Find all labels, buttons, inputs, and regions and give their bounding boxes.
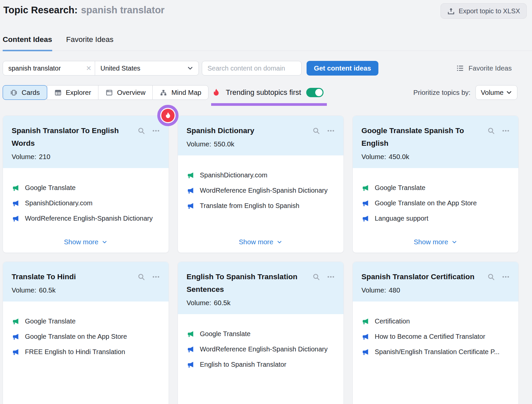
megaphone-icon [361, 215, 369, 222]
prioritize-select-value: Volume [481, 89, 503, 97]
volume-value: 480 [389, 286, 400, 294]
search-icon[interactable] [487, 273, 495, 281]
headline-item[interactable]: WordReference English-Spanish Dictionary [12, 211, 160, 226]
megaphone-icon [187, 187, 194, 194]
headline-item[interactable]: FREE English to Hindi Translation [12, 344, 160, 359]
headline-item[interactable]: How to Become a Certified Translator [361, 329, 510, 344]
search-icon[interactable] [137, 127, 145, 135]
view-switcher: Cards Explorer Overview Mind Map [3, 85, 208, 100]
headline-label: Google Translate on the App Store [25, 333, 127, 340]
card-body: Certification How to Become a Certified … [353, 302, 518, 404]
show-more-link[interactable]: Show more [239, 238, 283, 247]
topic-card: Spanish Translator Certification Volume:… [352, 262, 519, 404]
trending-subtopics-label: Trending subtopics first [226, 88, 301, 97]
toolbar-row: Cards Explorer Overview Mind Map Trendin… [3, 85, 527, 100]
ellipsis-icon[interactable] [327, 273, 335, 281]
chevron-down-icon [505, 89, 513, 96]
headline-item[interactable]: Language support [361, 211, 510, 226]
keyword-group: ✕ United States [3, 61, 199, 76]
card-volume: Volume:480 [361, 286, 510, 294]
favorite-ideas-link[interactable]: Favorite Ideas [456, 61, 512, 76]
card-title: Spanish Translator Certification [361, 271, 487, 283]
headline-item[interactable]: Google Translate on the App Store [12, 329, 160, 344]
view-explorer-button[interactable]: Explorer [47, 85, 98, 100]
headline-item[interactable]: Certification [361, 313, 510, 329]
headline-label: WordReference English-Spanish Dictionary [200, 187, 328, 194]
tab-favorite-ideas[interactable]: Favorite Ideas [66, 35, 114, 51]
tab-content-ideas[interactable]: Content Ideas [3, 35, 52, 51]
headline-item[interactable]: Google Translate [361, 180, 510, 195]
megaphone-icon [187, 361, 194, 368]
country-select[interactable]: United States [95, 65, 199, 72]
headline-label: Spanish/English Translation Certificate … [375, 348, 499, 356]
headline-item[interactable]: Google Translate [12, 313, 160, 329]
card-header: Spanish Dictionary Volume:550.0k [178, 116, 343, 155]
show-more-link[interactable]: Show more [414, 238, 458, 247]
megaphone-icon [361, 317, 369, 325]
card-body: Google Translate WordReference English-S… [178, 314, 343, 404]
headline-item[interactable]: SpanishDictionary.com [12, 195, 160, 211]
search-icon[interactable] [312, 127, 320, 135]
search-icon[interactable] [137, 273, 145, 281]
domain-search-input[interactable] [202, 61, 302, 76]
headline-label: How to Become a Certified Translator [375, 333, 485, 340]
headline-item[interactable]: Google Translate [12, 180, 160, 195]
topic-card: Spanish Dictionary Volume:550.0k Spanish… [178, 115, 344, 253]
headline-item[interactable]: Translate from English to Spanish [187, 198, 335, 213]
card-header: Translate To Hindi Volume:60.5k [3, 262, 169, 302]
prioritize-select[interactable]: Volume [475, 85, 517, 100]
volume-label: Volume: [187, 299, 211, 307]
view-overview-button[interactable]: Overview [98, 85, 153, 100]
headline-item[interactable]: English to Spanish Translator [187, 357, 335, 372]
card-title: Spanish Translator To English Words [12, 124, 137, 150]
volume-label: Volume: [12, 286, 36, 294]
headline-label: English to Spanish Translator [200, 361, 286, 368]
topic-card: Spanish Translator To English Words Volu… [3, 115, 169, 253]
volume-value: 550.0k [214, 140, 234, 148]
headline-item[interactable]: WordReference English-Spanish Dictionary [187, 183, 335, 198]
ellipsis-icon[interactable] [502, 273, 510, 281]
topic-card: English To Spanish Translation Sentences… [178, 262, 344, 404]
card-volume: Volume:550.0k [187, 140, 335, 148]
ellipsis-icon[interactable] [152, 273, 160, 281]
clear-keyword-icon[interactable]: ✕ [83, 64, 95, 72]
headline-item[interactable]: Google Translate [187, 326, 335, 341]
card-title: English To Spanish Translation Sentences [187, 271, 312, 296]
headline-item[interactable]: Google Translate on the App Store [361, 195, 510, 211]
megaphone-icon [12, 199, 19, 207]
headline-item[interactable]: Spanish/English Translation Certificate … [361, 344, 510, 359]
prioritize-label: Prioritize topics by: [413, 89, 470, 97]
ellipsis-icon[interactable] [152, 127, 160, 135]
fire-icon [212, 88, 221, 97]
keyword-input[interactable] [3, 65, 83, 72]
search-icon[interactable] [312, 273, 320, 281]
volume-label: Volume: [361, 286, 386, 294]
chevron-down-icon [451, 239, 458, 245]
tabs-divider [0, 51, 532, 51]
view-cards-button[interactable]: Cards [3, 85, 47, 100]
headline-item[interactable]: WordReference English-Spanish Dictionary [187, 341, 335, 357]
ellipsis-icon[interactable] [327, 127, 335, 135]
card-title: Google Translate Spanish To English [361, 124, 487, 150]
card-volume: Volume:60.5k [187, 299, 335, 307]
view-mindmap-label: Mind Map [171, 89, 201, 97]
get-content-ideas-button[interactable]: Get content ideas [307, 61, 378, 76]
table-icon [54, 89, 62, 97]
list-icon [456, 64, 464, 72]
view-mindmap-button[interactable]: Mind Map [152, 85, 208, 100]
trending-subtopics-toggle[interactable] [306, 88, 324, 97]
megaphone-icon [12, 184, 19, 192]
card-body: Google Translate Google Translate on the… [353, 168, 518, 253]
headline-label: Translate from English to Spanish [200, 202, 299, 210]
headline-item[interactable]: SpanishDictionary.com [187, 167, 335, 183]
headline-label: WordReference English-Spanish Dictionary [25, 215, 153, 222]
headline-label: SpanishDictionary.com [200, 171, 267, 179]
megaphone-icon [361, 184, 369, 192]
page-title: Topic Research:spanish translator [3, 5, 165, 16]
fire-badge [161, 109, 175, 122]
ellipsis-icon[interactable] [502, 127, 510, 135]
show-more-link[interactable]: Show more [64, 238, 108, 247]
export-topic-button[interactable]: Export topic to XLSX [441, 3, 527, 19]
search-icon[interactable] [487, 127, 495, 135]
megaphone-icon [361, 199, 369, 207]
